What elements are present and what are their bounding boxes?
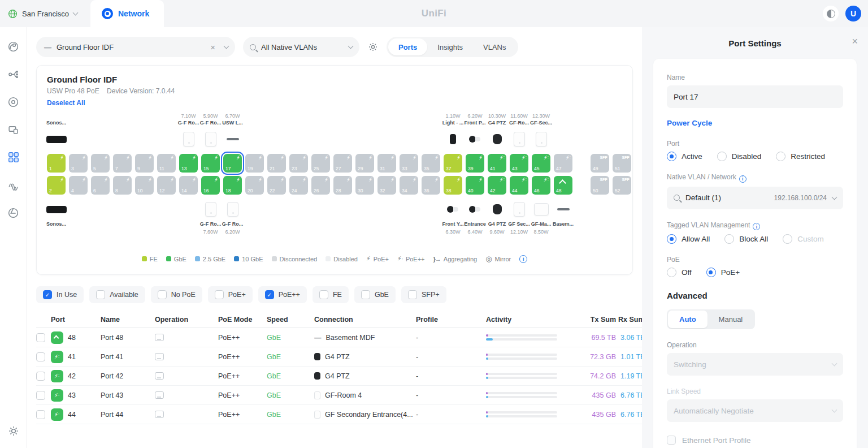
port-13[interactable]: ⚡13 <box>179 154 198 173</box>
radio-disabled[interactable]: Disabled <box>717 152 762 161</box>
port-19[interactable]: ⚡19 <box>245 154 264 173</box>
port-4[interactable]: ⚡4 <box>69 176 88 195</box>
connected-device-basem[interactable]: Basem... <box>548 198 579 236</box>
port-12[interactable]: ⚡12 <box>157 176 176 195</box>
table-row-port-41[interactable]: ⚡41Port 41PoE++GbEG4 PTZ-72.3 GB1.01 TB <box>36 347 642 367</box>
port-23[interactable]: ⚡23 <box>289 154 308 173</box>
port-29[interactable]: ⚡29 <box>355 154 374 173</box>
port-37[interactable]: ⚡37 <box>444 154 462 173</box>
connected-device-usw-l[interactable]: 6.70WUSW L... <box>217 113 249 149</box>
tab-vlans[interactable]: VLANs <box>473 38 516 55</box>
row-checkbox[interactable] <box>36 391 45 400</box>
port-47[interactable]: ⚡47 <box>554 154 572 173</box>
port-42[interactable]: ⚡42 <box>488 176 506 195</box>
row-checkbox[interactable] <box>36 352 45 361</box>
port-39[interactable]: ⚡39 <box>466 154 484 173</box>
sidebar-item-settings[interactable] <box>5 422 23 440</box>
port-30[interactable]: ⚡30 <box>355 176 374 195</box>
port-11[interactable]: ⚡11 <box>157 154 176 173</box>
filter-no-poe[interactable]: No PoE <box>151 286 202 303</box>
clear-icon[interactable]: × <box>207 42 219 52</box>
port-44[interactable]: ⚡44 <box>510 176 528 195</box>
site-selector[interactable]: San Francisco <box>0 0 90 27</box>
table-row-port-42[interactable]: ⚡42Port 42PoE++GbEG4 PTZ-74.2 GB1.19 TB <box>36 367 642 386</box>
port-17[interactable]: ⚡17 <box>223 154 242 173</box>
port-28[interactable]: ⚡28 <box>333 176 352 195</box>
sidebar-item-devices[interactable] <box>5 93 23 111</box>
row-checkbox[interactable] <box>36 333 45 342</box>
port-25[interactable]: ⚡25 <box>311 154 330 173</box>
port-16[interactable]: ⚡16 <box>201 176 220 195</box>
filter-available[interactable]: Available <box>89 286 145 303</box>
port-38[interactable]: ⚡38 <box>444 176 462 195</box>
port-45[interactable]: ⚡45 <box>532 154 550 173</box>
port-46[interactable]: ⚡46 <box>532 176 550 195</box>
port-21[interactable]: ⚡21 <box>267 154 286 173</box>
power-cycle-link[interactable]: Power Cycle <box>667 119 712 127</box>
port-2[interactable]: ⚡2 <box>47 176 66 195</box>
info-icon[interactable]: i <box>519 255 527 263</box>
port-49[interactable]: SFP49 <box>591 154 609 173</box>
port-35[interactable]: ⚡35 <box>422 154 440 173</box>
ports-settings-button[interactable] <box>367 41 379 53</box>
port-31[interactable]: ⚡31 <box>377 154 396 173</box>
port-3[interactable]: ⚡3 <box>69 154 88 173</box>
ethernet-port-profile-checkbox[interactable]: Ethernet Port Profile <box>667 436 843 445</box>
radio-off[interactable]: Off <box>667 268 692 277</box>
filter-sfp[interactable]: SFP+ <box>401 286 446 303</box>
segment-manual[interactable]: Manual <box>708 311 754 328</box>
connected-device-sonos[interactable]: Sonos... <box>41 198 72 236</box>
filter-gbe[interactable]: GbE <box>354 286 396 303</box>
port-43[interactable]: ⚡43 <box>510 154 528 173</box>
tab-insights[interactable]: Insights <box>427 38 473 55</box>
tab-network[interactable]: Network <box>90 0 164 27</box>
port-22[interactable]: ⚡22 <box>267 176 286 195</box>
filter-poe[interactable]: ✓PoE++ <box>258 286 307 303</box>
port-7[interactable]: ⚡7 <box>113 154 132 173</box>
connected-device-gf-sec[interactable]: 12.30WGF-Sec... <box>526 113 557 149</box>
theme-toggle[interactable] <box>823 6 839 21</box>
port-34[interactable]: ⚡34 <box>400 176 418 195</box>
deselect-all-link[interactable]: Deselect All <box>47 99 85 107</box>
port-18[interactable]: ⚡18 <box>223 176 242 195</box>
filter-poe[interactable]: PoE+ <box>208 286 253 303</box>
radio-block-all[interactable]: Block All <box>724 234 768 244</box>
sidebar-item-clients[interactable] <box>5 120 23 139</box>
row-checkbox[interactable] <box>36 372 45 381</box>
avatar[interactable]: U <box>845 6 861 21</box>
connected-device-sonos[interactable]: Sonos... <box>41 113 72 149</box>
sidebar-item-wifiman[interactable] <box>5 204 23 222</box>
port-41[interactable]: ⚡41 <box>488 154 506 173</box>
tab-ports[interactable]: Ports <box>388 38 427 55</box>
port-26[interactable]: ⚡26 <box>311 176 330 195</box>
sidebar-item-ports[interactable] <box>5 148 23 166</box>
radio-restricted[interactable]: Restricted <box>776 152 825 161</box>
device-filter-select[interactable]: — Ground Floor IDF × <box>36 37 235 57</box>
port-52[interactable]: SFP52 <box>613 176 631 195</box>
port-51[interactable]: SFP51 <box>613 154 631 173</box>
port-15[interactable]: ⚡15 <box>201 154 220 173</box>
port-14[interactable]: ⚡14 <box>179 176 198 195</box>
port-36[interactable]: ⚡36 <box>422 176 440 195</box>
port-33[interactable]: ⚡33 <box>400 154 418 173</box>
port-50[interactable]: SFP50 <box>591 176 609 195</box>
table-row-port-44[interactable]: ⚡44Port 44PoE++GbEGF Secondary Entrance(… <box>36 405 642 424</box>
close-icon[interactable]: × <box>852 36 858 46</box>
radio-poe[interactable]: PoE+ <box>706 268 740 277</box>
segment-auto[interactable]: Auto <box>668 311 708 328</box>
port-40[interactable]: ⚡40 <box>466 176 484 195</box>
port-20[interactable]: ⚡20 <box>245 176 264 195</box>
port-6[interactable]: ⚡6 <box>91 176 110 195</box>
info-icon[interactable]: i <box>753 223 760 230</box>
port-10[interactable]: ⚡10 <box>135 176 154 195</box>
radio-allow-all[interactable]: Allow All <box>667 234 710 244</box>
port-32[interactable]: ⚡32 <box>377 176 396 195</box>
sidebar-item-topology[interactable] <box>5 65 23 83</box>
filter-in-use[interactable]: ✓In Use <box>36 286 84 303</box>
vlan-filter-select[interactable]: All Native VLANs <box>243 37 359 57</box>
port-48[interactable]: 48 <box>554 176 572 195</box>
radio-active[interactable]: Active <box>667 152 702 161</box>
native-vlan-select[interactable]: Default (1) 192.168.100.0/24 <box>667 187 843 209</box>
port-name-input[interactable] <box>667 85 843 108</box>
port-5[interactable]: ⚡5 <box>91 154 110 173</box>
